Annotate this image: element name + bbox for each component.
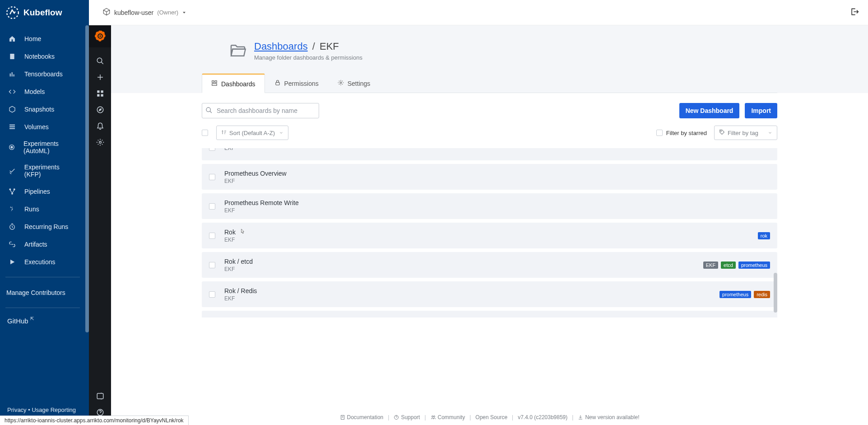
grafana-create-button[interactable] [89, 69, 111, 85]
footer-version: v7.4.0 (c2203b9859) [518, 414, 567, 420]
check-icon [8, 167, 16, 174]
tab-settings[interactable]: Settings [328, 73, 380, 93]
row-checkbox[interactable] [209, 262, 215, 268]
grafana-explore-button[interactable] [89, 102, 111, 118]
grafana-config-button[interactable] [89, 134, 111, 150]
list-item[interactable]: Prometheus Remote WriteEKF [202, 193, 777, 219]
sidebar-item-home[interactable]: Home [0, 30, 85, 47]
tab-permissions[interactable]: Permissions [265, 73, 328, 93]
sidebar-item-pipelines[interactable]: Pipelines [0, 182, 85, 200]
footer-new-version-link[interactable]: New version available! [578, 414, 639, 420]
chevron-down-icon [182, 9, 186, 16]
footer-community-link[interactable]: Community [431, 414, 465, 420]
sidebar-item-snapshots[interactable]: Snapshots [0, 100, 85, 118]
filter-tag-select[interactable]: Filter by tag [714, 126, 777, 140]
divider [5, 277, 80, 277]
footer-open-source[interactable]: Open Source [475, 414, 507, 420]
dashboard-name[interactable]: Prometheus Remote Write [224, 199, 770, 206]
sidebar-item-label: Recurring Runs [24, 223, 68, 230]
list-icon [8, 123, 16, 131]
svg-rect-6 [9, 126, 15, 127]
sidebar-item-executions[interactable]: Executions [0, 253, 85, 271]
sidebar-item-experiments-kfp[interactable]: Experiments (KFP) [0, 159, 85, 182]
sidebar-item-label: Volumes [24, 123, 49, 131]
grafana-dashboards-button[interactable] [89, 85, 111, 102]
privacy-link[interactable]: Privacy [7, 406, 27, 413]
sidebar-item-experiments-automl[interactable]: Experiments (AutoML) [0, 135, 85, 159]
sidebar-item-models[interactable]: Models [0, 83, 85, 100]
footer-documentation-link[interactable]: Documentation [340, 414, 384, 420]
sort-select[interactable]: Sort (Default A-Z) [216, 126, 288, 140]
sidebar-item-runs[interactable]: Runs [0, 200, 85, 218]
dashboard-list[interactable]: EKF Prometheus OverviewEKF Prometheus Re… [202, 148, 777, 318]
book-icon [8, 53, 16, 60]
tag[interactable]: prometheus [738, 262, 770, 269]
dashboard-tags: EKFetcdprometheus [703, 262, 770, 269]
sidebar-item-label: Experiments (KFP) [24, 163, 77, 178]
namespace-picker[interactable]: kubeflow-user (Owner) [102, 8, 186, 17]
svg-point-11 [14, 189, 15, 190]
tag[interactable]: EKF [703, 262, 718, 269]
statusbar-url: https://arrikto-ioannis-cluster.apps.arr… [0, 416, 189, 425]
external-link-icon: ⇱ [30, 316, 34, 321]
cube-icon [102, 8, 111, 17]
cursor-pointer-icon [239, 229, 246, 236]
sidebar-scrollbar[interactable] [85, 25, 89, 423]
svg-rect-17 [97, 90, 99, 93]
gear-icon [338, 79, 344, 87]
sidebar-item-label: Tensorboards [24, 70, 63, 78]
grafana-alerting-button[interactable] [89, 118, 111, 134]
tabs: Dashboards Permissions Settings [202, 73, 777, 93]
sidebar-item-volumes[interactable]: Volumes [0, 118, 85, 135]
search-input[interactable] [202, 103, 319, 118]
dashboard-name[interactable]: Rok [224, 229, 758, 236]
kubeflow-logo[interactable]: Kubeflow [0, 0, 89, 25]
tag[interactable]: prometheus [719, 291, 751, 298]
list-item[interactable]: EKF [202, 148, 777, 160]
sidebar-item-recurring-runs[interactable]: Recurring Runs [0, 218, 85, 235]
filter-starred-checkbox[interactable]: Filter by starred [656, 130, 707, 136]
sidebar-item-label: Pipelines [24, 188, 50, 195]
sidebar-item-notebooks[interactable]: Notebooks [0, 47, 85, 65]
svg-point-0 [7, 7, 19, 19]
sidebar-item-tensorboards[interactable]: Tensorboards [0, 65, 85, 83]
grafana-search-button[interactable] [89, 53, 111, 69]
grafana-profile-button[interactable] [89, 388, 111, 404]
list-scrollbar-thumb[interactable] [774, 273, 777, 313]
row-checkbox[interactable] [209, 291, 215, 298]
home-icon [8, 35, 16, 42]
tag[interactable]: etcd [721, 262, 736, 269]
row-checkbox[interactable] [209, 174, 215, 180]
row-checkbox[interactable] [209, 203, 215, 210]
breadcrumb-dashboards-link[interactable]: Dashboards [254, 41, 308, 52]
svg-rect-28 [275, 82, 279, 85]
grafana-logo[interactable] [89, 25, 111, 47]
footer-support-link[interactable]: Support [394, 414, 420, 420]
dashboard-name[interactable]: Rok / etcd [224, 258, 703, 265]
toolbar-primary: New Dashboard Import [202, 103, 777, 118]
svg-rect-27 [212, 84, 217, 85]
tab-dashboards[interactable]: Dashboards [202, 74, 265, 93]
dashboard-list-wrap: EKF Prometheus OverviewEKF Prometheus Re… [202, 148, 777, 401]
dashboard-name[interactable]: Prometheus Overview [224, 170, 770, 177]
row-checkbox[interactable] [209, 233, 215, 239]
tag[interactable]: rok [758, 232, 770, 239]
tag[interactable]: redis [754, 291, 770, 298]
dashboard-folder: EKF [224, 237, 758, 243]
list-item[interactable]: Prometheus OverviewEKF [202, 164, 777, 190]
select-all-checkbox[interactable] [202, 130, 208, 136]
dashboard-name[interactable]: USE Method / Cluster [224, 317, 770, 318]
usage-reporting-link[interactable]: Usage Reporting [32, 406, 76, 413]
import-button[interactable]: Import [745, 103, 777, 118]
dashboard-name[interactable]: Rok / Redis [224, 287, 719, 294]
list-item[interactable]: Rok / RedisEKF prometheusredis [202, 281, 777, 307]
row-checkbox[interactable] [209, 148, 215, 151]
sidebar-item-github[interactable]: GitHub⇱ [0, 314, 85, 328]
logout-button[interactable] [850, 7, 859, 18]
list-item[interactable]: USE Method / ClusterEKF [202, 311, 777, 318]
list-item[interactable]: RokEKF rok [202, 223, 777, 248]
new-dashboard-button[interactable]: New Dashboard [679, 103, 740, 118]
sidebar-item-artifacts[interactable]: Artifacts [0, 235, 85, 253]
sidebar-item-manage-contributors[interactable]: Manage Contributors [0, 284, 85, 301]
list-item[interactable]: Rok / etcdEKF EKFetcdprometheus [202, 252, 777, 278]
